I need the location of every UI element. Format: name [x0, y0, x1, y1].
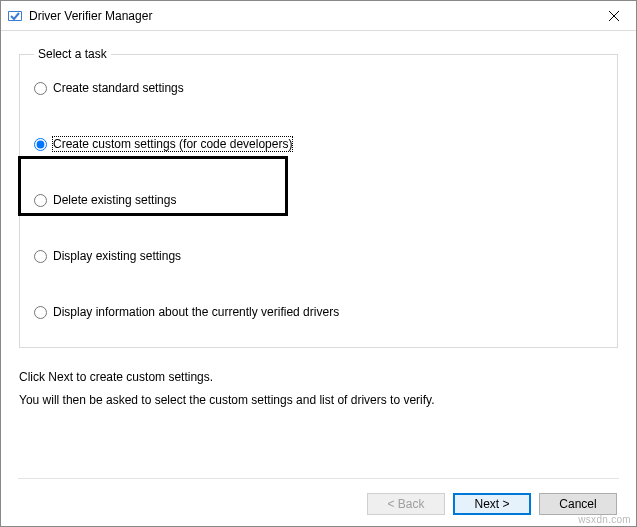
close-icon: [609, 11, 619, 21]
selection-highlight: [18, 156, 288, 216]
radio-create-custom[interactable]: Create custom settings (for code develop…: [34, 137, 603, 151]
button-separator: [18, 478, 619, 479]
content-area: Select a task Create standard settings C…: [1, 31, 636, 412]
instructions-line2: You will then be asked to select the cus…: [19, 389, 618, 412]
instructions-line1: Click Next to create custom settings.: [19, 366, 618, 389]
close-button[interactable]: [591, 1, 636, 31]
group-legend: Select a task: [34, 47, 111, 61]
radio-input-create-custom[interactable]: [34, 138, 47, 151]
button-bar: < Back Next > Cancel: [367, 483, 617, 515]
radio-label-delete-existing: Delete existing settings: [53, 193, 176, 207]
radio-input-display-info[interactable]: [34, 306, 47, 319]
radio-input-display-existing[interactable]: [34, 250, 47, 263]
radio-label-display-info: Display information about the currently …: [53, 305, 339, 319]
back-button[interactable]: < Back: [367, 493, 445, 515]
task-group: Select a task Create standard settings C…: [19, 47, 618, 348]
watermark: wsxdn.com: [578, 514, 631, 525]
radio-input-delete-existing[interactable]: [34, 194, 47, 207]
radio-input-create-standard[interactable]: [34, 82, 47, 95]
instructions: Click Next to create custom settings. Yo…: [19, 366, 618, 412]
app-icon: [7, 8, 23, 24]
radio-label-create-custom: Create custom settings (for code develop…: [53, 137, 292, 151]
cancel-button[interactable]: Cancel: [539, 493, 617, 515]
radio-create-standard[interactable]: Create standard settings: [34, 81, 603, 95]
radio-delete-existing[interactable]: Delete existing settings: [34, 193, 603, 207]
window-title: Driver Verifier Manager: [29, 9, 591, 23]
radio-display-existing[interactable]: Display existing settings: [34, 249, 603, 263]
radio-display-info[interactable]: Display information about the currently …: [34, 305, 603, 319]
titlebar: Driver Verifier Manager: [1, 1, 636, 31]
radio-label-display-existing: Display existing settings: [53, 249, 181, 263]
radio-label-create-standard: Create standard settings: [53, 81, 184, 95]
next-button[interactable]: Next >: [453, 493, 531, 515]
